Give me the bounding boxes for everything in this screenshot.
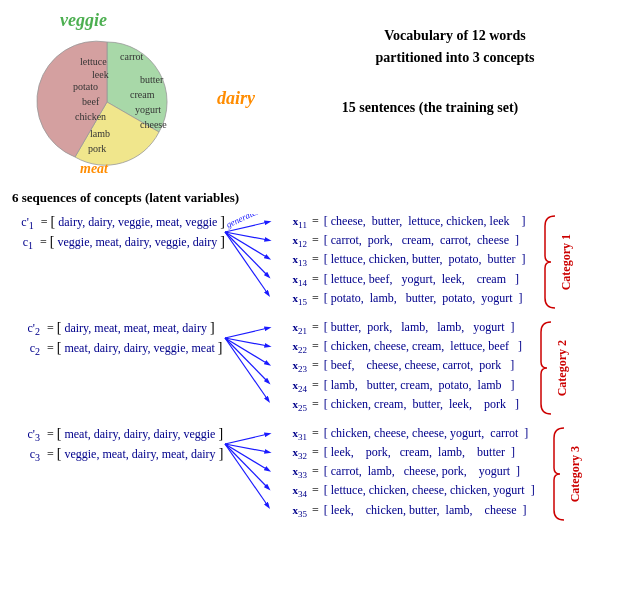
seq-prime-2: c'2 = [ dairy, meat, meat, meat, dairy ] xyxy=(10,320,225,337)
top-section: veggie carrot lettuce leek potato xyxy=(0,0,640,185)
sentences-header: 15 sentences (the training set) xyxy=(342,100,519,115)
seq-prime-1: c'1 = [ dairy, dairy, veggie, meat, vegg… xyxy=(10,214,225,231)
sent-content-35: [ leek, chicken, butter, lamb, cheese ] xyxy=(321,503,527,518)
seq-prime-content-1: dairy, dairy, veggie, meat, veggie xyxy=(55,215,220,230)
seq-plain-label-2: c2 xyxy=(10,341,40,357)
left-block-2: c'2 = [ dairy, meat, meat, meat, dairy ]… xyxy=(10,320,225,361)
svg-line-24 xyxy=(225,338,268,400)
sent-label-32: x32 xyxy=(275,446,307,461)
sent-content-15: [ potato, lamb, butter, potato, yogurt ] xyxy=(321,291,523,306)
seq-plain-label-3: c3 xyxy=(10,447,40,463)
sent-content-25: [ chicken, cream, butter, leek, pork ] xyxy=(321,397,519,412)
svg-line-26 xyxy=(225,434,268,444)
seq-prime-label-1: c'1 xyxy=(10,215,34,231)
sent-row-33: x33 = [ carrot, lamb, cheese, pork, yogu… xyxy=(275,464,535,480)
right-block-2: x21 = [ butter, pork, lamb, lamb, yogurt… xyxy=(225,320,630,416)
group-2: c'2 = [ dairy, meat, meat, meat, dairy ]… xyxy=(0,320,640,416)
dairy-label: dairy xyxy=(217,88,255,109)
seq-prime-content-2: dairy, meat, meat, meat, dairy xyxy=(61,321,210,336)
seq-prime-label-3: c'3 xyxy=(10,427,40,443)
sentences-1: x11 = [ cheese, butter, lettuce, chicken… xyxy=(275,214,526,310)
sent-row-21: x21 = [ butter, pork, lamb, lamb, yogurt… xyxy=(275,320,522,336)
sent-label-21: x21 xyxy=(275,321,307,336)
svg-line-20 xyxy=(225,328,268,338)
seq-plain-3: c3 = [ veggie, meat, dairy, meat, dairy … xyxy=(10,446,225,463)
vocab-title: Vocabulary of 12 words partitioned into … xyxy=(270,15,620,70)
sent-content-23: [ beef, cheese, cheese, carrot, pork ] xyxy=(321,358,515,373)
svg-text:butter: butter xyxy=(140,74,164,85)
svg-text:beef: beef xyxy=(82,96,100,107)
category-2-label: Category 2 xyxy=(555,340,570,396)
svg-line-17 xyxy=(225,232,268,294)
seq-plain-content-2: meat, dairy, dairy, veggie, meat xyxy=(61,341,217,356)
sent-label-23: x23 xyxy=(275,359,307,374)
sent-label-31: x31 xyxy=(275,427,307,442)
seq-prime-3: c'3 = [ meat, dairy, dairy, dairy, veggi… xyxy=(10,426,225,443)
category-3-brace: Category 3 xyxy=(552,426,583,522)
sent-content-11: [ cheese, butter, lettuce, chicken, leek… xyxy=(321,214,526,229)
svg-text:cream: cream xyxy=(130,89,155,100)
seq-prime-label-2: c'2 xyxy=(10,321,40,337)
sent-row-34: x34 = [ lettuce, chicken, cheese, chicke… xyxy=(275,483,535,499)
svg-line-30 xyxy=(225,444,268,506)
pie-chart: carrot lettuce leek potato butter cream … xyxy=(20,25,195,180)
sent-label-12: x12 xyxy=(275,234,307,249)
sent-row-32: x32 = [ leek, pork, cream, lamb, butter … xyxy=(275,445,535,461)
sent-row-22: x22 = [ chicken, cheese, cream, lettuce,… xyxy=(275,339,522,355)
svg-text:chicken: chicken xyxy=(75,111,106,122)
sent-content-33: [ carrot, lamb, cheese, pork, yogurt ] xyxy=(321,464,520,479)
sequences-header: 6 sequences of concepts (latent variable… xyxy=(0,185,640,206)
sentences-2: x21 = [ butter, pork, lamb, lamb, yogurt… xyxy=(275,320,522,416)
sentences-title: 15 sentences (the training set) xyxy=(270,100,590,116)
sent-label-25: x25 xyxy=(275,398,307,413)
sent-label-14: x14 xyxy=(275,273,307,288)
sent-content-32: [ leek, pork, cream, lamb, butter ] xyxy=(321,445,515,460)
sent-row-12: x12 = [ carrot, pork, cream, carrot, che… xyxy=(275,233,526,249)
sent-row-25: x25 = [ chicken, cream, butter, leek, po… xyxy=(275,397,522,413)
sent-row-13: x13 = [ lettuce, chicken, butter, potato… xyxy=(275,252,526,268)
sent-label-11: x11 xyxy=(275,215,307,230)
vocab-title-line1: Vocabulary of 12 words xyxy=(384,28,525,43)
vocab-title-line2: partitioned into 3 concepts xyxy=(375,50,534,65)
svg-text:leek: leek xyxy=(92,69,109,80)
right-block-1: generates x11 = [ cheese, butter, lettuc… xyxy=(225,214,630,310)
seq-plain-2: c2 = [ meat, dairy, dairy, veggie, meat … xyxy=(10,340,225,357)
brace-svg-2 xyxy=(539,320,553,415)
sent-row-14: x14 = [ lettuce, beef, yogurt, leek, cre… xyxy=(275,272,526,288)
group-1: c'1 = [ dairy, dairy, veggie, meat, vegg… xyxy=(0,214,640,310)
svg-text:lettuce: lettuce xyxy=(80,56,107,67)
brace-svg-1 xyxy=(543,214,557,309)
generates-arrows-1: generates xyxy=(220,214,275,304)
sent-row-23: x23 = [ beef, cheese, cheese, carrot, po… xyxy=(275,358,522,374)
sent-label-34: x34 xyxy=(275,484,307,499)
sent-content-31: [ chicken, cheese, cheese, yogurt, carro… xyxy=(321,426,529,441)
svg-text:lamb: lamb xyxy=(90,128,110,139)
sent-label-24: x24 xyxy=(275,379,307,394)
sent-label-15: x15 xyxy=(275,292,307,307)
sent-row-11: x11 = [ cheese, butter, lettuce, chicken… xyxy=(275,214,526,230)
pie-area: veggie carrot lettuce leek potato xyxy=(10,10,250,185)
category-1-brace: Category 1 xyxy=(543,214,574,310)
sent-row-35: x35 = [ leek, chicken, butter, lamb, che… xyxy=(275,503,535,519)
seq-plain-content-3: veggie, meat, dairy, meat, dairy xyxy=(61,447,218,462)
category-3-label: Category 3 xyxy=(568,446,583,502)
seq-plain-content-1: veggie, meat, dairy, veggie, dairy xyxy=(55,235,221,250)
generates-arrows-2 xyxy=(220,320,275,410)
sent-row-24: x24 = [ lamb, butter, cream, potato, lam… xyxy=(275,378,522,394)
sent-content-14: [ lettuce, beef, yogurt, leek, cream ] xyxy=(321,272,519,287)
seq-plain-1: c1 = [ veggie, meat, dairy, veggie, dair… xyxy=(10,234,225,251)
meat-label: meat xyxy=(80,161,108,177)
seq-plain-label-1: c1 xyxy=(10,235,33,251)
sent-label-13: x13 xyxy=(275,253,307,268)
sent-content-21: [ butter, pork, lamb, lamb, yogurt ] xyxy=(321,320,515,335)
svg-text:yogurt: yogurt xyxy=(135,104,161,115)
brace-svg-3 xyxy=(552,426,566,521)
sent-content-22: [ chicken, cheese, cream, lettuce, beef … xyxy=(321,339,522,354)
seq-prime-content-3: meat, dairy, dairy, dairy, veggie xyxy=(61,427,218,442)
sent-content-12: [ carrot, pork, cream, carrot, cheese ] xyxy=(321,233,519,248)
category-2-brace: Category 2 xyxy=(539,320,570,416)
category-1-label: Category 1 xyxy=(559,234,574,290)
sent-content-13: [ lettuce, chicken, butter, potato, butt… xyxy=(321,252,526,267)
sentences-3: x31 = [ chicken, cheese, cheese, yogurt,… xyxy=(275,426,535,522)
sent-content-34: [ lettuce, chicken, cheese, chicken, yog… xyxy=(321,483,535,498)
